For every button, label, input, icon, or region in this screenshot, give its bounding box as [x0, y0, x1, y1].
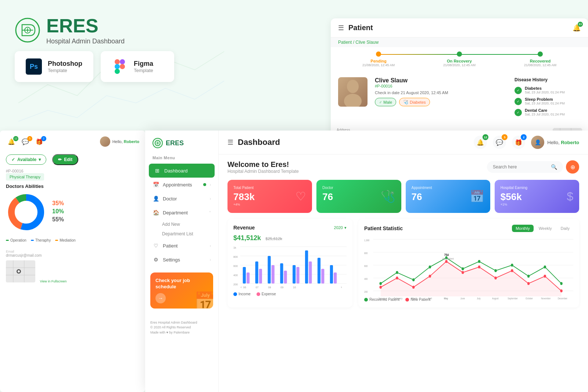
svg-point-106	[527, 282, 530, 285]
svg-point-104	[494, 277, 497, 279]
revenue-year[interactable]: 2020 ▾	[334, 225, 347, 230]
sidebar-department-label: Department	[163, 210, 205, 215]
figma-icon	[112, 58, 128, 75]
svg-text:July: July	[477, 297, 481, 300]
svg-text:800: 800	[364, 252, 368, 254]
svg-point-86	[396, 271, 398, 274]
sidebar-item-dashboard[interactable]: ⊞ Dashboard	[149, 164, 215, 178]
svg-text:December: December	[558, 297, 568, 300]
ps-template-label: Photoshop	[48, 60, 82, 68]
ps-template-sub: Template	[48, 68, 82, 73]
physical-therapy-tag: Physical Therapy	[6, 173, 44, 181]
welcome-subtitle: Hospital Admin Dashboard Template	[227, 169, 299, 174]
welcome-text: Welcome to Eres! Hospital Admin Dashboar…	[227, 160, 299, 174]
svg-rect-67	[334, 272, 337, 284]
view-fullscreen-btn[interactable]: View in Fullscreen	[40, 279, 67, 283]
disease-name-2: Sleep Problem	[525, 97, 565, 101]
search-input[interactable]	[493, 164, 548, 170]
sidebar-item-patient[interactable]: ♡ Patient ›	[145, 239, 218, 253]
svg-text:May: May	[444, 297, 448, 300]
donut-label-55: 55%	[52, 216, 64, 223]
svg-rect-53	[255, 261, 258, 284]
patient-photo	[338, 77, 368, 107]
svg-text:400: 400	[364, 277, 368, 280]
svg-text:400: 400	[233, 274, 238, 277]
legend-label-income: Income	[239, 292, 251, 296]
svg-point-98	[396, 277, 398, 279]
svg-point-87	[412, 278, 415, 281]
svg-rect-58	[318, 258, 320, 284]
svg-point-38	[18, 270, 20, 272]
stat-card-doctors: Doctor 76 🩺	[316, 180, 401, 213]
abilities-title: Doctors Abilities	[6, 183, 139, 189]
tab-monthly[interactable]: Monthly	[512, 225, 534, 232]
sidebar-sub-dept-list[interactable]: Department List	[145, 229, 218, 239]
sidebar-item-doctor[interactable]: 👤 Doctor ›	[145, 192, 218, 206]
patient-content: Clive Slauw #P-00016 Check in date 21 Au…	[331, 71, 588, 125]
sidebar-appointments-label: Appointments	[163, 182, 200, 188]
menu-icon[interactable]: ☰	[338, 24, 344, 32]
sidebar-item-appointments[interactable]: 📅 Appointments ›	[145, 178, 218, 192]
edit-button[interactable]: ✏ Edit	[52, 154, 78, 165]
tab-weekly[interactable]: Weekly	[535, 225, 556, 232]
header-gift-badge: 2	[521, 134, 527, 140]
disease-dot-1: ✓	[514, 87, 522, 94]
svg-rect-66	[321, 269, 324, 284]
sidebar-item-settings[interactable]: ⚙ Settings ›	[145, 253, 218, 267]
patient-stat-title: Patient Statistic	[364, 225, 403, 231]
svg-rect-56	[293, 265, 295, 284]
svg-point-96	[560, 282, 563, 285]
footer-line2: © 2020 All Rights Reserved	[150, 325, 213, 330]
header-avatar[interactable]: 👤	[531, 136, 544, 149]
legend-dot-recovered	[364, 298, 368, 302]
svg-rect-55	[280, 263, 283, 284]
svg-point-91	[478, 260, 481, 263]
brand-logo-icon	[15, 17, 40, 43]
svg-text:1,000: 1,000	[364, 239, 370, 242]
blp-hello-text: Hello, Roberto	[112, 139, 139, 144]
blp-avatar	[100, 136, 110, 147]
step-pending-dot	[376, 51, 381, 57]
legend-dot-expense	[257, 292, 260, 296]
tab-daily[interactable]: Daily	[557, 225, 573, 232]
svg-rect-59	[330, 265, 333, 284]
donut-chart	[6, 192, 46, 232]
available-button[interactable]: ✓ Available ▾	[6, 154, 46, 165]
svg-text:09: 09	[280, 286, 283, 289]
doctor-panel: 🔔 12 💬 5 🎁 2 Hello, Roberto ✓ Available …	[0, 131, 145, 392]
patient-name: Clive Slauw	[375, 77, 507, 84]
settings-chevron: ›	[210, 258, 211, 262]
patient-stat-chart: Patient Statistic Monthly Weekly Daily 1…	[358, 219, 579, 307]
check-schedule-card[interactable]: Check your job schedule → 📅	[150, 272, 213, 309]
disease-item-3: ✓ Dental Care Sat, 23 Jul 2020, 01:24 PM	[514, 108, 581, 116]
svg-point-93	[511, 264, 513, 267]
ab-label-theraphy: Theraphy	[35, 238, 51, 242]
photoshop-card[interactable]: Ps Photoshop Template	[15, 51, 93, 82]
step-pending-date: 21/08/2020, 12:45 AM	[338, 63, 419, 67]
figma-card[interactable]: Figma Template	[101, 51, 174, 82]
stat-card-earning: Hospital Earning $56k +1% $	[495, 180, 579, 213]
step-recovery-dot	[457, 51, 462, 57]
patient-chevron: ›	[210, 244, 211, 248]
brand-subtitle: Hospital Admin Dashboard	[46, 38, 125, 45]
disease-dot-3: ✓	[514, 109, 522, 116]
header-icons: 🔔 12 💬 5 🎁 2 👤 Hello, Roberto	[474, 136, 579, 149]
svg-point-85	[379, 282, 382, 285]
pct-55: 55%	[52, 216, 64, 223]
svg-point-108	[560, 289, 563, 292]
calendar-decoration: 📅	[194, 291, 213, 309]
progress-tracker: Pending 21/08/2020, 12:45 AM On Recovery…	[331, 47, 588, 71]
svg-rect-14	[115, 59, 120, 64]
svg-point-99	[412, 286, 415, 289]
sidebar-sub-add-new[interactable]: Add New	[145, 220, 218, 229]
dash-menu-icon[interactable]: ☰	[227, 138, 233, 146]
disease-history: Disease History ✓ Diabetes Sat, 23 Jul 2…	[514, 77, 581, 119]
sidebar-logo-icon	[153, 138, 163, 148]
filter-button[interactable]: ⊕	[566, 160, 579, 174]
patient-id: #P-00016	[375, 84, 507, 88]
sidebar-item-department[interactable]: 🏠 Department ˅	[145, 206, 218, 220]
header-msg-badge: 5	[502, 134, 508, 140]
step-recovered-dot	[538, 51, 543, 57]
brand-section: ERES Hospital Admin Dashboard Ps Photosh…	[15, 15, 243, 132]
disease-history-title: Disease History	[514, 77, 581, 82]
